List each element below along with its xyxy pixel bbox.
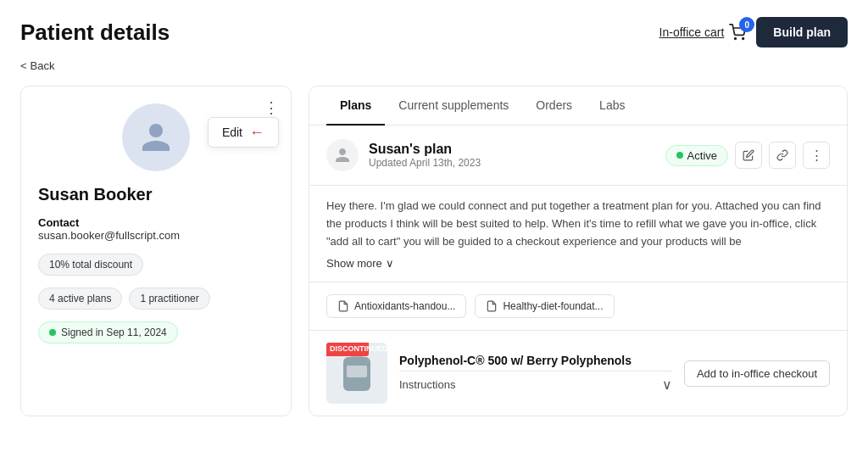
plan-description: Hey there. I'm glad we could connect and…: [309, 186, 847, 282]
tab-orders[interactable]: Orders: [522, 87, 586, 126]
show-more-chevron-icon: ∨: [386, 257, 394, 270]
add-to-in-office-checkout-button[interactable]: Add to in-office checkout: [684, 360, 830, 387]
pencil-icon: [743, 149, 754, 161]
plan-card: Susan's plan Updated April 13th, 2023 Ac…: [309, 126, 847, 186]
product-row: Discontinued Polyphenol-C® 500 w/ Berry …: [309, 331, 847, 416]
attachment-label-0: Antioxidants-handou...: [354, 300, 455, 312]
patient-right-panel: Plans Current supplements Orders Labs Su…: [309, 86, 848, 416]
svg-rect-4: [347, 366, 367, 377]
panel-menu-icon[interactable]: ⋮: [264, 98, 279, 117]
tabs-bar: Plans Current supplements Orders Labs: [309, 87, 847, 126]
in-office-cart-link[interactable]: In-office cart 0: [659, 24, 747, 41]
plan-edit-button[interactable]: [735, 142, 762, 169]
product-bottle-icon: [340, 350, 374, 396]
signed-label: Signed in Sep 11, 2024: [61, 327, 167, 338]
signed-dot-icon: [49, 329, 56, 336]
tab-plans[interactable]: Plans: [326, 87, 385, 126]
contact-email: susan.booker@fullscript.com: [38, 229, 274, 242]
plan-name: Susan's plan: [369, 142, 655, 157]
tab-current-supplements[interactable]: Current supplements: [385, 87, 522, 126]
plan-link-button[interactable]: [769, 142, 796, 169]
patient-name: Susan Booker: [38, 185, 274, 204]
edit-tooltip[interactable]: Edit ←: [208, 117, 279, 148]
plan-active-dot-icon: [676, 152, 683, 159]
cart-badge: 0: [739, 17, 754, 32]
plan-more-button[interactable]: ⋮: [803, 142, 830, 169]
contact-label: Contact: [38, 216, 274, 229]
instructions-chevron-icon[interactable]: ∨: [662, 377, 672, 393]
edit-arrow-icon: ←: [249, 125, 264, 140]
show-more-label: Show more: [326, 257, 382, 270]
back-chevron-icon: <: [20, 59, 27, 72]
attachment-label-1: Healthy-diet-foundat...: [503, 300, 603, 312]
document-icon-1: [486, 300, 498, 312]
back-link[interactable]: < Back: [20, 59, 848, 72]
discontinued-badge: Discontinued: [326, 343, 369, 356]
attachment-chip-0[interactable]: Antioxidants-handou...: [326, 294, 466, 318]
back-label: Back: [31, 59, 55, 72]
page-title: Patient details: [20, 20, 170, 46]
svg-point-1: [743, 38, 744, 40]
signed-badge: Signed in Sep 11, 2024: [38, 321, 178, 343]
link-icon: [776, 149, 788, 161]
patient-avatar: [122, 103, 190, 171]
svg-point-0: [735, 38, 737, 40]
patient-left-panel: ⋮ Edit ← Susan Booker Contact susan.book…: [20, 86, 292, 416]
build-plan-button[interactable]: Build plan: [756, 17, 848, 47]
product-image-wrap: Discontinued: [326, 343, 387, 404]
avatar-person-icon: [139, 120, 173, 154]
plan-updated: Updated April 13th, 2023: [369, 157, 655, 169]
plan-person-icon: [334, 147, 351, 164]
tab-labs[interactable]: Labs: [586, 87, 638, 126]
attachment-chip-1[interactable]: Healthy-diet-foundat...: [475, 294, 614, 318]
plan-status-label: Active: [687, 149, 717, 162]
attachments-row: Antioxidants-handou... Healthy-diet-foun…: [309, 282, 847, 331]
product-instructions-label: Instructions: [399, 378, 455, 391]
plan-avatar: [326, 139, 359, 171]
cart-label: In-office cart: [659, 25, 725, 39]
plan-status-badge: Active: [665, 145, 728, 166]
practitioner-badge: 1 practitioner: [129, 288, 209, 310]
discount-badge: 10% total discount: [38, 254, 143, 276]
product-info: Polyphenol-C® 500 w/ Berry Polyphenols I…: [399, 354, 672, 393]
active-plans-badge: 4 active plans: [38, 288, 122, 310]
plan-desc-text: Hey there. I'm glad we could connect and…: [326, 198, 830, 250]
edit-label: Edit: [222, 126, 242, 139]
show-more-button[interactable]: Show more ∨: [326, 257, 394, 270]
product-name: Polyphenol-C® 500 w/ Berry Polyphenols: [399, 354, 672, 367]
document-icon-0: [337, 300, 349, 312]
